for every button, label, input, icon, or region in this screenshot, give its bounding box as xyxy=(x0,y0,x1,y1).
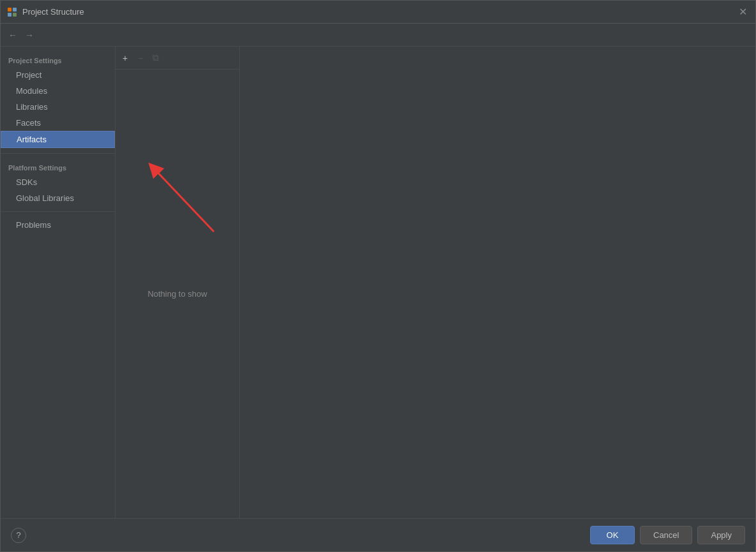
forward-button[interactable]: → xyxy=(22,28,36,42)
project-settings-label: Project Settings xyxy=(1,52,115,67)
ok-button[interactable]: OK xyxy=(590,526,635,544)
right-panel xyxy=(240,47,755,518)
sidebar-item-project[interactable]: Project xyxy=(1,67,115,83)
footer-left: ? xyxy=(11,528,26,543)
sidebar: Project Settings Project Modules Librari… xyxy=(1,47,115,518)
footer-right: OK Cancel Apply xyxy=(590,526,745,544)
close-button[interactable]: ✕ xyxy=(736,6,749,19)
nav-bar: ← → xyxy=(1,24,755,47)
back-button[interactable]: ← xyxy=(6,28,20,42)
sidebar-item-libraries[interactable]: Libraries xyxy=(1,99,115,115)
svg-rect-2 xyxy=(8,13,11,17)
artifacts-list: Nothing to show xyxy=(115,70,239,518)
sidebar-divider xyxy=(1,153,115,154)
content-area: Project Settings Project Modules Librari… xyxy=(1,47,755,518)
nothing-to-show-label: Nothing to show xyxy=(147,289,207,299)
window-title: Project Structure xyxy=(22,7,84,17)
main-panel: + − ⧉ Nothing to show xyxy=(115,47,755,518)
sidebar-item-global-libraries[interactable]: Global Libraries xyxy=(1,190,115,206)
panel-toolbar: + − ⧉ xyxy=(115,47,239,70)
svg-rect-3 xyxy=(13,13,17,17)
title-bar: Project Structure ✕ xyxy=(1,1,755,24)
svg-rect-1 xyxy=(13,8,17,11)
cancel-button[interactable]: Cancel xyxy=(640,526,692,544)
sidebar-item-problems[interactable]: Problems xyxy=(1,217,115,233)
help-button[interactable]: ? xyxy=(11,528,26,543)
title-bar-left: Project Structure xyxy=(7,7,84,17)
copy-artifact-button[interactable]: ⧉ xyxy=(149,51,163,65)
sidebar-item-sdks[interactable]: SDKs xyxy=(1,174,115,190)
project-structure-dialog: Project Structure ✕ ← → Project Settings… xyxy=(0,0,756,552)
svg-rect-0 xyxy=(8,8,11,11)
sidebar-item-artifacts[interactable]: Artifacts xyxy=(1,131,115,148)
remove-artifact-button[interactable]: − xyxy=(133,51,147,65)
platform-settings-label: Platform Settings xyxy=(1,159,115,174)
footer: ? OK Cancel Apply xyxy=(1,518,755,551)
add-artifact-button[interactable]: + xyxy=(118,51,132,65)
left-panel: + − ⧉ Nothing to show xyxy=(115,47,240,518)
sidebar-divider-2 xyxy=(1,211,115,212)
sidebar-item-facets[interactable]: Facets xyxy=(1,115,115,131)
sidebar-item-modules[interactable]: Modules xyxy=(1,83,115,99)
apply-button[interactable]: Apply xyxy=(697,526,745,544)
project-structure-icon xyxy=(7,7,17,17)
